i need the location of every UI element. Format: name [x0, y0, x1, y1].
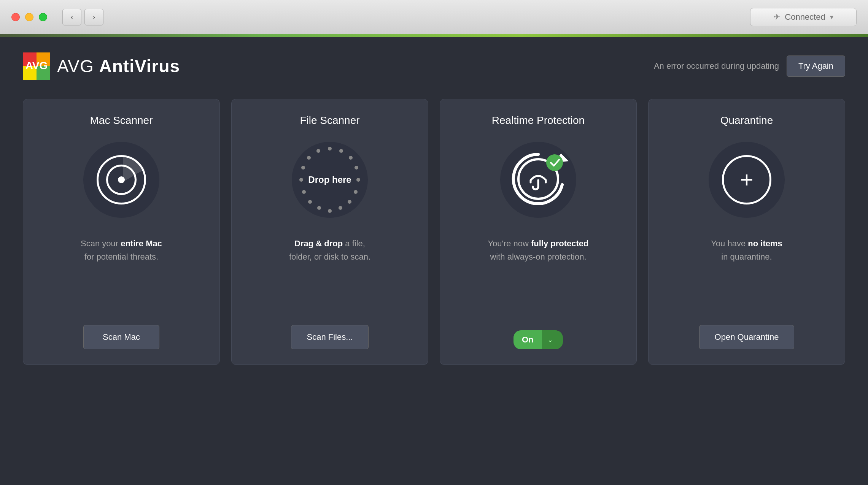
main-content: AVG AVG AntiVirus An error occurred duri… [0, 37, 868, 485]
plus-sign-icon: + [740, 168, 753, 191]
scan-files-button[interactable]: Scan Files... [291, 325, 368, 349]
titlebar: ‹ › ✈ Connected ▾ [0, 0, 868, 34]
mac-scanner-card: Mac Scanner Scan your entire Macfor pote… [23, 99, 220, 365]
traffic-lights [11, 13, 47, 21]
svg-point-20 [316, 149, 320, 153]
svg-point-17 [299, 178, 303, 182]
svg-point-12 [339, 206, 342, 210]
quarantine-plus-icon: + [722, 155, 771, 204]
avg-logo-icon: AVG [23, 52, 50, 80]
file-scanner-title: File Scanner [300, 114, 359, 127]
realtime-protection-icon-area [500, 142, 576, 218]
quarantine-description: You have no itemsin quarantine. [711, 237, 782, 314]
scanner-outer-ring [97, 155, 146, 204]
scan-mac-button[interactable]: Scan Mac [83, 325, 159, 349]
scanner-sweep [99, 157, 148, 206]
open-quarantine-button[interactable]: Open Quarantine [699, 325, 795, 349]
quarantine-icon-area: + [709, 142, 785, 218]
svg-point-14 [317, 206, 321, 210]
forward-button[interactable]: › [84, 9, 103, 25]
svg-point-7 [349, 156, 353, 160]
svg-point-15 [308, 200, 312, 204]
svg-text:AVG: AVG [25, 60, 48, 71]
scanner-icon [97, 155, 146, 204]
svg-point-26 [546, 154, 563, 171]
svg-point-18 [301, 166, 305, 170]
quarantine-desc-suffix: in quarantine. [721, 252, 772, 262]
connected-icon: ✈ [773, 12, 780, 22]
quarantine-card: Quarantine + You have no itemsin quarant… [648, 99, 845, 365]
svg-point-5 [328, 147, 332, 151]
mac-scanner-title: Mac Scanner [90, 114, 153, 127]
file-scanner-icon-area[interactable]: Drop here [292, 142, 368, 218]
update-message: An error occurred during updating [654, 61, 779, 71]
svg-point-16 [302, 190, 306, 194]
update-area: An error occurred during updating Try Ag… [654, 55, 845, 77]
svg-point-13 [328, 209, 332, 213]
realtime-protection-card: Realtime Protection [440, 99, 637, 365]
minimize-button[interactable] [25, 13, 33, 21]
mac-scanner-icon-area [83, 142, 159, 218]
svg-point-11 [348, 200, 351, 204]
dotted-circle-icon: Drop here [292, 142, 368, 218]
app-logo: AVG AVG AntiVirus [23, 52, 180, 80]
maximize-button[interactable] [39, 13, 47, 21]
svg-text:Drop here: Drop here [308, 174, 351, 185]
realtime-desc-suffix: with always-on protection. [490, 252, 586, 262]
realtime-protection-icon [506, 147, 571, 211]
realtime-protection-description: You're now fully protectedwith always-on… [488, 237, 588, 319]
svg-point-8 [355, 166, 358, 170]
mac-scanner-description: Scan your entire Macfor potential threat… [81, 237, 162, 314]
mac-scanner-desc-suffix: for potential threats. [84, 252, 158, 262]
chevron-down-icon: ▾ [830, 13, 833, 21]
realtime-icon-container [506, 147, 571, 213]
svg-point-10 [354, 190, 358, 194]
realtime-protection-title: Realtime Protection [492, 114, 585, 127]
realtime-toggle[interactable]: On ⌄ [513, 330, 563, 349]
toggle-chevron-icon: ⌄ [542, 330, 558, 349]
back-button[interactable]: ‹ [62, 9, 81, 25]
connected-area[interactable]: ✈ Connected ▾ [750, 8, 857, 26]
svg-point-6 [339, 149, 343, 153]
cards-grid: Mac Scanner Scan your entire Macfor pote… [23, 99, 845, 365]
svg-point-19 [307, 156, 311, 160]
app-title: AVG AntiVirus [57, 56, 180, 76]
nav-buttons: ‹ › [62, 9, 103, 25]
accent-bar [0, 34, 868, 37]
file-scanner-card: File Scanner [231, 99, 428, 365]
app-header: AVG AVG AntiVirus An error occurred duri… [23, 52, 845, 80]
file-scanner-description: Drag & drop a file,folder, or disk to sc… [289, 237, 370, 314]
connected-label: Connected [785, 12, 825, 22]
close-button[interactable] [11, 13, 20, 21]
svg-point-9 [356, 178, 360, 182]
quarantine-title: Quarantine [720, 114, 773, 127]
toggle-on-label: On [513, 330, 542, 349]
try-again-button[interactable]: Try Again [787, 55, 845, 77]
